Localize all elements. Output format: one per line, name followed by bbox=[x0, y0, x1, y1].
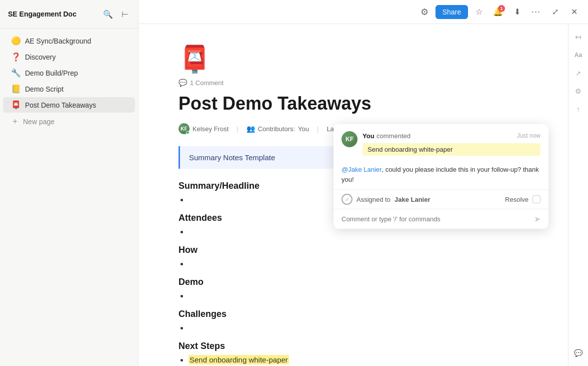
section-challenges-heading: Challenges bbox=[178, 309, 538, 319]
check-icon: ✓ bbox=[342, 194, 352, 205]
page-emoji: 📮 bbox=[178, 44, 538, 75]
section-how-heading: How bbox=[178, 245, 538, 255]
section-next-steps: Next Steps Send onboarding white-paper bbox=[178, 341, 538, 364]
section-next-steps-bullet-1: Send onboarding white-paper bbox=[188, 355, 538, 364]
sidebar-toggle-button[interactable]: ⊢ bbox=[118, 7, 132, 21]
comment-bubble-icon: 💬 bbox=[178, 79, 187, 87]
page-title: Post Demo Takeaways bbox=[178, 93, 538, 114]
comment-count-label: 1 Comment bbox=[190, 79, 224, 87]
upload-icon[interactable]: ↑ bbox=[572, 102, 586, 116]
section-challenges-bullet-1 bbox=[188, 323, 538, 332]
comment-author-name: You bbox=[362, 132, 374, 140]
contributors-label: Contributors: bbox=[258, 125, 295, 133]
more-options-button[interactable]: ··· bbox=[528, 4, 544, 20]
comment-highlight-ref: Send onboarding white-paper bbox=[362, 143, 540, 156]
discovery-icon: ❓ bbox=[11, 52, 21, 62]
assigned-to-name: Jake Lanier bbox=[394, 196, 430, 203]
comment-input[interactable] bbox=[342, 215, 530, 223]
demo-build-icon: 🔧 bbox=[11, 68, 21, 78]
comment-header: KF You commented Just now Send onboardin… bbox=[334, 124, 548, 165]
sidebar-item-demo-script-label: Demo Script bbox=[25, 85, 129, 93]
sidebar-item-post-demo-label: Post Demo Takeaways bbox=[25, 101, 129, 109]
new-page-item[interactable]: ＋ New page bbox=[3, 113, 135, 130]
expand-button[interactable]: ⤢ bbox=[547, 4, 563, 20]
search-button[interactable]: 🔍 bbox=[101, 7, 115, 21]
topbar: ⚙ Share ☆ 🔔 1 ⬇ ··· ⤢ ✕ bbox=[138, 0, 588, 24]
font-size-icon[interactable]: Aa bbox=[572, 48, 586, 62]
comment-author-line: You commented Just now bbox=[362, 131, 540, 140]
sidebar-item-discovery-label: Discovery bbox=[25, 53, 129, 61]
sidebar-item-demo-script[interactable]: 📒 Demo Script bbox=[3, 81, 135, 97]
settings-circle-button[interactable]: ⚙ bbox=[416, 4, 432, 20]
status-dot bbox=[186, 131, 190, 134]
demo-script-icon: 📒 bbox=[11, 84, 21, 94]
author-name: Kelsey Frost bbox=[192, 125, 228, 133]
section-demo: Demo bbox=[178, 277, 538, 300]
commenter-avatar: KF bbox=[342, 131, 358, 147]
comment-meta: You commented Just now Send onboarding w… bbox=[362, 131, 540, 160]
comment-count-bar: 💬 1 Comment bbox=[178, 79, 538, 87]
comment-author-info: You commented bbox=[362, 131, 410, 140]
comment-verb-text: commented bbox=[376, 132, 410, 140]
sidebar-item-ae-sync[interactable]: 🟡 AE Sync/Background bbox=[3, 33, 135, 49]
new-page-plus-icon: ＋ bbox=[11, 116, 19, 127]
resolve-area: Resolve bbox=[505, 195, 540, 203]
resolve-label: Resolve bbox=[505, 196, 528, 203]
sidebar-item-demo-build-label: Demo Build/Prep bbox=[25, 69, 129, 77]
comment-popup: KF You commented Just now Send onboardin… bbox=[334, 124, 548, 229]
sidebar-header: SE Engagement Doc 🔍 ⊢ bbox=[0, 0, 138, 29]
assignment-info: ✓ Assigned to Jake Lanier bbox=[342, 194, 430, 205]
separator-1: | bbox=[236, 125, 238, 133]
share-icon[interactable]: ↗ bbox=[572, 66, 586, 80]
sidebar-nav: 🟡 AE Sync/Background ❓ Discovery 🔧 Demo … bbox=[0, 29, 138, 366]
avatar: KF bbox=[178, 123, 190, 134]
new-page-label: New page bbox=[23, 118, 54, 126]
section-challenges: Challenges bbox=[178, 309, 538, 332]
author-info: KF Kelsey Frost bbox=[178, 123, 228, 134]
sidebar-item-ae-sync-label: AE Sync/Background bbox=[25, 37, 129, 45]
comment-assignment: ✓ Assigned to Jake Lanier Resolve bbox=[334, 189, 548, 209]
sidebar-header-icons: 🔍 ⊢ bbox=[101, 7, 132, 21]
section-demo-bullet-1 bbox=[188, 291, 538, 300]
comment-time: Just now bbox=[517, 132, 540, 139]
notification-button[interactable]: 🔔 1 bbox=[490, 4, 506, 20]
comment-panel-icon[interactable]: 💬 bbox=[572, 346, 586, 360]
resolve-checkbox[interactable] bbox=[532, 195, 540, 203]
collapse-right-icon[interactable]: ↤ bbox=[572, 30, 586, 44]
send-icon[interactable]: ➤ bbox=[534, 214, 540, 224]
sidebar-item-demo-build-prep[interactable]: 🔧 Demo Build/Prep bbox=[3, 65, 135, 81]
comment-mention: @Jake Lanier bbox=[342, 166, 382, 173]
main-area: ⚙ Share ☆ 🔔 1 ⬇ ··· ⤢ ✕ 📮 💬 1 Comment Po… bbox=[138, 0, 588, 366]
close-button[interactable]: ✕ bbox=[566, 4, 582, 20]
connect-icon[interactable]: ⚙ bbox=[572, 84, 586, 98]
separator-2: | bbox=[317, 125, 318, 133]
comment-input-area: ➤ bbox=[334, 209, 548, 229]
star-button[interactable]: ☆ bbox=[471, 4, 487, 20]
sidebar-item-post-demo-takeaways[interactable]: 📮 Post Demo Takeaways bbox=[3, 97, 135, 113]
contributors-info: 👥 Contributors: You bbox=[246, 125, 309, 133]
section-how: How bbox=[178, 245, 538, 268]
page-content: 📮 💬 1 Comment Post Demo Takeaways KF Kel… bbox=[138, 24, 568, 366]
notification-badge: 1 bbox=[498, 5, 505, 12]
download-button[interactable]: ⬇ bbox=[509, 4, 525, 20]
section-demo-heading: Demo bbox=[178, 277, 538, 287]
comment-body: @Jake Lanier, could you please include t… bbox=[334, 165, 548, 189]
section-how-bullet-1 bbox=[188, 259, 538, 268]
post-demo-icon: 📮 bbox=[11, 100, 21, 110]
highlighted-next-step: Send onboarding white-paper bbox=[188, 355, 289, 364]
assigned-to-label: Assigned to bbox=[356, 196, 390, 203]
ae-sync-icon: 🟡 bbox=[11, 36, 21, 46]
contributors-icon: 👥 bbox=[246, 125, 255, 133]
sidebar: SE Engagement Doc 🔍 ⊢ 🟡 AE Sync/Backgrou… bbox=[0, 0, 138, 366]
right-sidebar: ↤ Aa ↗ ⚙ ↑ 💬 bbox=[568, 24, 588, 366]
sidebar-item-discovery[interactable]: ❓ Discovery bbox=[3, 49, 135, 65]
sidebar-title: SE Engagement Doc bbox=[8, 10, 76, 18]
contributors-value: You bbox=[298, 125, 309, 133]
share-button[interactable]: Share bbox=[436, 5, 468, 19]
section-next-steps-heading: Next Steps bbox=[178, 341, 538, 351]
